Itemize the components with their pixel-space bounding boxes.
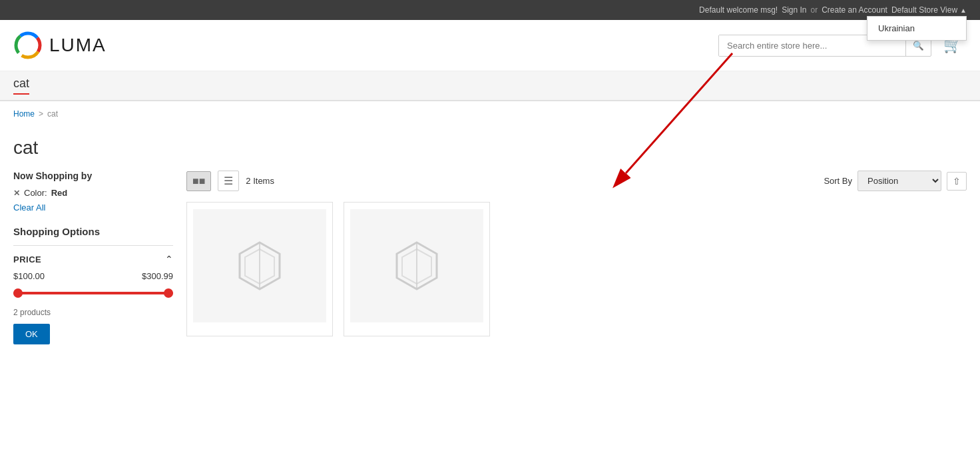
price-max: $300.99 — [142, 271, 173, 281]
luma-logo-icon — [13, 31, 43, 60]
search-icon: 🔍 — [913, 41, 924, 51]
chevron-down-icon: ▲ — [960, 7, 967, 14]
now-shopping-by: Now Shopping by ✕ Color: Red Clear All — [13, 171, 173, 213]
price-slider[interactable] — [13, 286, 173, 300]
product-image — [350, 209, 483, 322]
breadcrumb-separator: > — [39, 109, 43, 119]
page-title-area: cat — [0, 127, 980, 164]
magento-logo-placeholder — [233, 239, 286, 292]
filter-value-label: Red — [51, 188, 68, 198]
breadcrumb-home[interactable]: Home — [13, 109, 35, 119]
toolbar-left: ■■ ☰ 2 Items — [186, 171, 274, 191]
list-icon: ☰ — [224, 175, 233, 187]
toolbar-right: Sort By Position Product Name Price ⇧ — [824, 171, 967, 191]
product-listing: ■■ ☰ 2 Items Sort By Position Product Na… — [186, 171, 967, 344]
magento-logo-placeholder-2 — [390, 239, 443, 292]
store-view-dropdown[interactable]: Default Store View ▲ Ukrainian — [891, 5, 967, 15]
logo-text: LUMA — [49, 35, 107, 56]
category-bar-title: cat — [13, 77, 29, 95]
shopping-options-title: Shopping Options — [13, 226, 173, 237]
sign-in-link[interactable]: Sign In — [782, 5, 806, 15]
main-content: Now Shopping by ✕ Color: Red Clear All S… — [0, 164, 980, 358]
price-filter-section: PRICE ⌃ $100.00 $300.99 2 products OK — [13, 245, 173, 344]
breadcrumb-current: cat — [47, 109, 58, 119]
grid-icon: ■■ — [192, 175, 205, 187]
product-image — [193, 209, 326, 322]
welcome-message: Default welcome msg! — [699, 5, 778, 15]
store-view-button[interactable]: Default Store View ▲ — [891, 5, 967, 15]
logo-link[interactable]: LUMA — [13, 31, 107, 60]
sort-select[interactable]: Position Product Name Price — [858, 171, 941, 191]
clear-all-link[interactable]: Clear All — [13, 203, 45, 213]
create-account-link[interactable]: Create an Account — [822, 5, 887, 15]
sort-asc-icon: ⇧ — [953, 176, 961, 187]
remove-filter-button[interactable]: ✕ — [13, 189, 20, 198]
slider-thumb-left[interactable] — [13, 288, 23, 298]
slider-thumb-right[interactable] — [164, 288, 173, 298]
product-item[interactable] — [344, 202, 490, 336]
top-bar: Default welcome msg! Sign In or Create a… — [0, 0, 980, 20]
toolbar: ■■ ☰ 2 Items Sort By Position Product Na… — [186, 171, 967, 191]
price-range-display: $100.00 $300.99 — [13, 271, 173, 281]
ukrainian-option[interactable]: Ukrainian — [867, 17, 966, 40]
filter-type-label: Color: — [24, 188, 47, 198]
now-shopping-label: Now Shopping by — [13, 171, 173, 181]
collapse-icon: ⌃ — [165, 254, 173, 264]
or-separator: or — [811, 5, 818, 15]
products-grid — [186, 202, 967, 336]
page-title: cat — [13, 137, 967, 159]
store-language-dropdown: Ukrainian — [867, 16, 967, 41]
sidebar: Now Shopping by ✕ Color: Red Clear All S… — [13, 171, 173, 344]
active-filter-item: ✕ Color: Red — [13, 188, 173, 198]
price-min: $100.00 — [13, 271, 45, 281]
price-filter-header[interactable]: PRICE ⌃ — [13, 254, 173, 264]
sort-label: Sort By — [824, 176, 852, 186]
grid-view-button[interactable]: ■■ — [186, 171, 211, 191]
sort-direction-button[interactable]: ⇧ — [947, 172, 967, 191]
list-view-button[interactable]: ☰ — [218, 171, 239, 191]
site-header: LUMA 🔍 🛒 — [0, 20, 980, 71]
ok-button[interactable]: OK — [13, 324, 50, 344]
products-count: 2 products — [13, 308, 173, 317]
shopping-options: Shopping Options PRICE ⌃ $100.00 $300.99… — [13, 226, 173, 344]
product-item[interactable] — [186, 202, 333, 336]
price-filter-title: PRICE — [13, 254, 41, 264]
breadcrumb: Home > cat — [0, 101, 980, 127]
slider-fill — [13, 292, 173, 294]
items-count: 2 Items — [246, 176, 274, 186]
category-bar: cat — [0, 71, 980, 101]
